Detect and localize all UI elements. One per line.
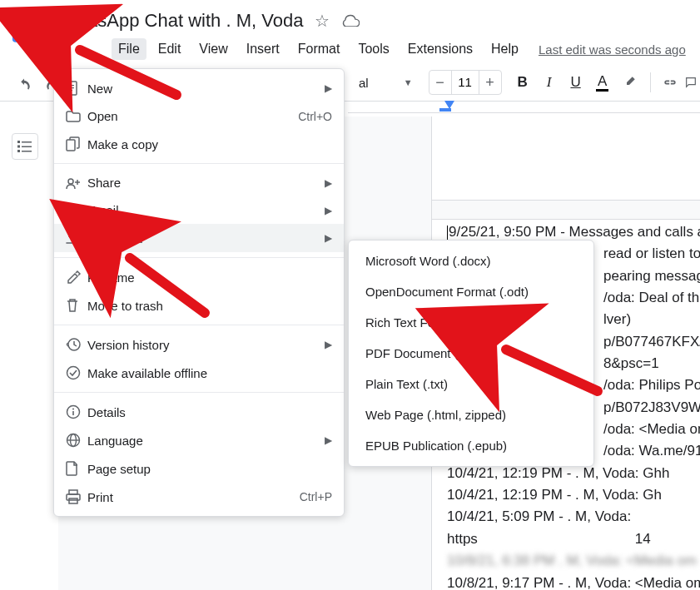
menu-item-details[interactable]: Details xyxy=(54,398,344,426)
doc-text: https 14 xyxy=(447,528,700,550)
menu-item-make-copy[interactable]: Make a copy xyxy=(54,130,344,158)
svg-rect-21 xyxy=(72,411,74,415)
download-rtf[interactable]: Rich Text Format (.rtf) xyxy=(349,307,593,338)
doc-text: 10/8/21, 9:17 PM - . M, Voda: <Media om xyxy=(447,573,700,591)
menu-item-page-setup[interactable]: Page setup xyxy=(54,454,344,483)
svg-point-19 xyxy=(67,367,80,379)
underline-button[interactable]: U xyxy=(563,70,588,95)
ruler[interactable] xyxy=(348,100,700,113)
document-title[interactable]: WhatsApp Chat with . M, Voda xyxy=(55,10,303,32)
highlight-button[interactable] xyxy=(617,70,642,95)
menu-item-label: Make available offline xyxy=(87,366,332,380)
svg-rect-8 xyxy=(22,146,32,148)
download-epub[interactable]: EPUB Publication (.epub) xyxy=(349,430,593,461)
svg-rect-4 xyxy=(18,32,27,33)
keyboard-shortcut: Ctrl+P xyxy=(300,490,332,503)
download-odt[interactable]: OpenDocument Format (.odt) xyxy=(349,276,593,307)
annotation-arrow-file xyxy=(68,40,185,110)
font-family-dropdown[interactable]: al ▼ xyxy=(351,72,420,94)
annotation-arrow-download xyxy=(117,246,216,325)
menu-help[interactable]: Help xyxy=(484,38,525,60)
menu-item-label: Share xyxy=(87,176,325,190)
menu-extensions[interactable]: Extensions xyxy=(401,38,479,60)
info-icon xyxy=(66,404,87,419)
toolbar-separator xyxy=(650,72,651,92)
submenu-arrow-icon: ▶ xyxy=(325,434,332,446)
cloud-icon[interactable] xyxy=(341,12,360,31)
insert-comment-button[interactable] xyxy=(684,70,698,95)
globe-icon xyxy=(66,433,87,448)
undo-button[interactable] xyxy=(12,72,37,97)
menu-separator xyxy=(54,325,344,325)
menu-insert[interactable]: Insert xyxy=(240,38,286,60)
font-size-decrease[interactable]: − xyxy=(429,71,451,94)
svg-rect-7 xyxy=(17,146,20,148)
svg-point-22 xyxy=(72,409,74,410)
trash-icon xyxy=(66,298,87,313)
offline-icon xyxy=(66,365,87,380)
svg-rect-1 xyxy=(18,17,32,19)
menu-item-print[interactable]: Print Ctrl+P xyxy=(54,483,344,511)
svg-rect-0 xyxy=(12,7,37,42)
doc-text: 10/4/21, 12:19 PM - . M, Voda: Gh xyxy=(447,484,700,506)
folder-icon xyxy=(66,111,87,122)
download-icon xyxy=(66,231,87,245)
insert-link-button[interactable] xyxy=(658,70,683,95)
page-setup-icon xyxy=(66,461,87,476)
font-size-increase[interactable]: + xyxy=(479,71,501,94)
copy-icon xyxy=(66,136,87,151)
docs-logo[interactable] xyxy=(10,5,40,45)
svg-rect-9 xyxy=(17,150,20,152)
rename-icon xyxy=(66,270,87,285)
menu-item-offline[interactable]: Make available offline xyxy=(54,359,344,387)
menu-item-label: Open xyxy=(87,109,298,123)
italic-button[interactable]: I xyxy=(537,70,562,95)
submenu-arrow-icon: ▶ xyxy=(325,339,332,350)
svg-point-16 xyxy=(68,179,73,184)
menu-item-label: Print xyxy=(87,490,300,504)
page-break xyxy=(432,200,700,220)
svg-rect-17 xyxy=(67,206,80,216)
doc-text: 10/4/21, 5:09 PM - . M, Voda: xyxy=(447,506,700,528)
text-cursor xyxy=(447,226,448,240)
submenu-arrow-icon: ▶ xyxy=(325,82,332,94)
menu-item-label: Make a copy xyxy=(87,137,332,151)
font-size-group: − 11 + xyxy=(429,70,502,95)
menu-item-label: Details xyxy=(87,405,332,419)
keyboard-shortcut: Ctrl+O xyxy=(298,110,332,123)
chevron-down-icon: ▼ xyxy=(404,77,413,87)
menu-separator xyxy=(54,392,344,393)
svg-rect-2 xyxy=(18,22,32,23)
last-edit-link[interactable]: Last edit was seconds ago xyxy=(539,42,686,57)
svg-rect-6 xyxy=(22,141,32,143)
submenu-arrow-icon: ▶ xyxy=(325,232,332,244)
menu-format[interactable]: Format xyxy=(291,38,347,60)
menu-item-label: Download xyxy=(87,231,325,245)
share-icon xyxy=(66,176,87,190)
menu-view[interactable]: View xyxy=(192,38,234,60)
menu-item-label: Language xyxy=(87,434,325,448)
menu-item-share[interactable]: Share ▶ xyxy=(54,169,344,196)
download-docx[interactable]: Microsoft Word (.docx) xyxy=(349,245,593,276)
svg-rect-15 xyxy=(67,140,75,151)
text-color-button[interactable]: A xyxy=(590,70,615,95)
history-icon xyxy=(66,337,87,352)
star-icon[interactable]: ☆ xyxy=(315,11,330,31)
menu-item-version-history[interactable]: Version history ▶ xyxy=(54,330,344,359)
menu-tools[interactable]: Tools xyxy=(351,38,395,60)
menu-item-language[interactable]: Language ▶ xyxy=(54,426,344,454)
print-icon xyxy=(66,489,87,504)
doc-text: 9/25/21, 9:50 PM - Messages and calls ar xyxy=(449,224,700,240)
svg-rect-10 xyxy=(22,151,32,152)
menu-item-label: Version history xyxy=(87,338,325,352)
bold-button[interactable]: B xyxy=(510,70,535,95)
svg-rect-27 xyxy=(69,498,77,503)
menu-item-email[interactable]: Email ▶ xyxy=(54,196,344,224)
menu-item-label: Page setup xyxy=(87,462,332,476)
document-outline-button[interactable] xyxy=(12,133,38,160)
font-size-value[interactable]: 11 xyxy=(451,71,479,94)
submenu-arrow-icon: ▶ xyxy=(325,177,332,189)
menu-item-label: Email xyxy=(87,203,325,217)
font-name-fragment: al xyxy=(359,76,369,90)
doc-text: 10/8/21, 6:38 PM . M, Voda: <Media om xyxy=(447,550,700,572)
